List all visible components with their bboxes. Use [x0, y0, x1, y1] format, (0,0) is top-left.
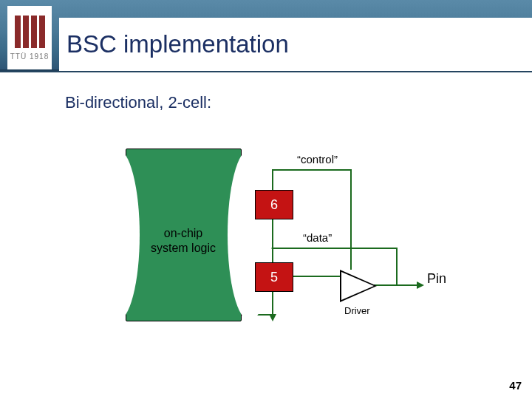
label-driver: Driver: [344, 305, 370, 316]
chip-label-line2: system logic: [151, 242, 216, 254]
arrow-icon: [269, 314, 276, 321]
wire: [272, 169, 352, 171]
wire: [292, 248, 398, 249]
wire: [350, 169, 352, 270]
chip-label-line1: on-chip: [164, 227, 202, 239]
wire: [292, 276, 342, 277]
logo-text: TTÜ 1918: [10, 52, 49, 61]
cell-6: 6: [255, 190, 293, 219]
label-control: “control”: [297, 153, 338, 166]
wire: [272, 218, 273, 262]
chip-label: on-chip system logic: [143, 226, 224, 256]
page-title: BSC implementation: [66, 30, 289, 58]
wire: [272, 290, 273, 316]
logo-bars: [15, 16, 45, 48]
bsc-diagram: on-chip system logic 6 5 “control” “data…: [126, 144, 466, 329]
logo: TTÜ 1918: [7, 6, 52, 69]
driver-buffer-icon: [340, 270, 377, 302]
label-pin: Pin: [427, 271, 446, 287]
label-data: “data”: [303, 231, 332, 244]
arrow-icon: [417, 282, 424, 289]
wire: [272, 169, 273, 190]
subtitle: Bi-directional, 2-cell:: [65, 93, 211, 112]
chip-block: on-chip system logic: [126, 149, 242, 321]
page-number: 47: [509, 379, 522, 392]
wire: [396, 248, 398, 286]
cell-5: 5: [255, 262, 293, 292]
title-strip: BSC implementation: [59, 18, 532, 71]
